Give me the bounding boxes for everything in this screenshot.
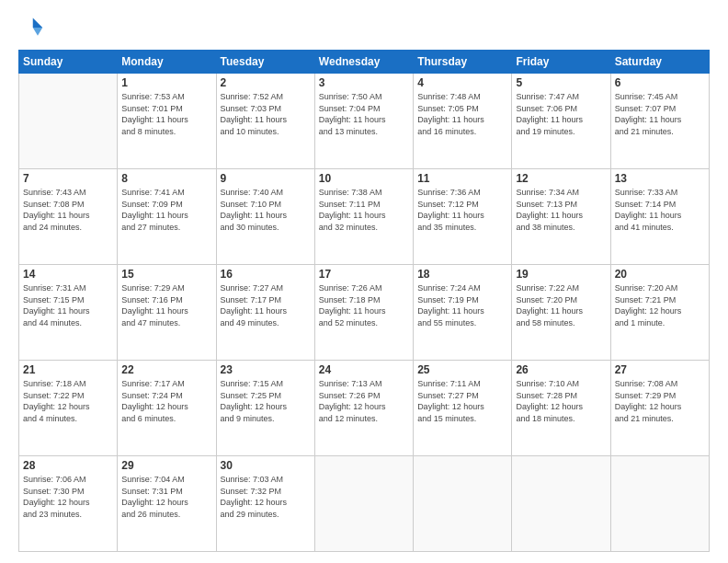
day-number: 12 bbox=[516, 172, 606, 185]
calendar-cell: 9Sunrise: 7:40 AM Sunset: 7:10 PM Daylig… bbox=[216, 169, 314, 265]
calendar-cell: 20Sunrise: 7:20 AM Sunset: 7:21 PM Dayli… bbox=[610, 265, 709, 361]
calendar-week-row: 14Sunrise: 7:31 AM Sunset: 7:15 PM Dayli… bbox=[19, 265, 710, 361]
calendar-week-row: 21Sunrise: 7:18 AM Sunset: 7:22 PM Dayli… bbox=[19, 361, 710, 456]
calendar-header-thursday: Thursday bbox=[414, 51, 512, 74]
calendar-cell: 29Sunrise: 7:04 AM Sunset: 7:31 PM Dayli… bbox=[118, 456, 216, 552]
calendar-cell: 1Sunrise: 7:53 AM Sunset: 7:01 PM Daylig… bbox=[118, 74, 216, 169]
day-number: 11 bbox=[417, 172, 507, 185]
calendar-cell: 27Sunrise: 7:08 AM Sunset: 7:29 PM Dayli… bbox=[610, 361, 709, 456]
calendar-cell: 11Sunrise: 7:36 AM Sunset: 7:12 PM Dayli… bbox=[414, 169, 512, 265]
calendar-cell: 14Sunrise: 7:31 AM Sunset: 7:15 PM Dayli… bbox=[19, 265, 118, 361]
calendar-cell: 23Sunrise: 7:15 AM Sunset: 7:25 PM Dayli… bbox=[216, 361, 314, 456]
day-info: Sunrise: 7:33 AM Sunset: 7:14 PM Dayligh… bbox=[615, 187, 705, 233]
day-number: 13 bbox=[615, 172, 705, 185]
day-number: 21 bbox=[23, 363, 113, 376]
day-number: 7 bbox=[23, 172, 113, 185]
day-info: Sunrise: 7:36 AM Sunset: 7:12 PM Dayligh… bbox=[417, 187, 507, 233]
day-number: 6 bbox=[615, 76, 705, 89]
day-info: Sunrise: 7:38 AM Sunset: 7:11 PM Dayligh… bbox=[319, 187, 409, 233]
calendar-week-row: 28Sunrise: 7:06 AM Sunset: 7:30 PM Dayli… bbox=[19, 456, 710, 552]
calendar-header-monday: Monday bbox=[118, 51, 216, 74]
calendar-cell bbox=[512, 456, 610, 552]
day-info: Sunrise: 7:15 AM Sunset: 7:25 PM Dayligh… bbox=[221, 378, 311, 424]
calendar-cell: 2Sunrise: 7:52 AM Sunset: 7:03 PM Daylig… bbox=[216, 74, 314, 169]
day-info: Sunrise: 7:10 AM Sunset: 7:28 PM Dayligh… bbox=[516, 378, 606, 424]
calendar-cell: 12Sunrise: 7:34 AM Sunset: 7:13 PM Dayli… bbox=[512, 169, 610, 265]
calendar-cell: 18Sunrise: 7:24 AM Sunset: 7:19 PM Dayli… bbox=[414, 265, 512, 361]
day-number: 18 bbox=[417, 268, 507, 281]
calendar-cell: 21Sunrise: 7:18 AM Sunset: 7:22 PM Dayli… bbox=[19, 361, 118, 456]
day-info: Sunrise: 7:22 AM Sunset: 7:20 PM Dayligh… bbox=[516, 282, 606, 328]
day-number: 24 bbox=[319, 363, 409, 376]
logo-icon bbox=[18, 15, 44, 40]
calendar-cell: 7Sunrise: 7:43 AM Sunset: 7:08 PM Daylig… bbox=[19, 169, 118, 265]
calendar-cell: 13Sunrise: 7:33 AM Sunset: 7:14 PM Dayli… bbox=[610, 169, 709, 265]
day-info: Sunrise: 7:17 AM Sunset: 7:24 PM Dayligh… bbox=[121, 378, 211, 424]
day-info: Sunrise: 7:52 AM Sunset: 7:03 PM Dayligh… bbox=[221, 91, 311, 137]
day-info: Sunrise: 7:29 AM Sunset: 7:16 PM Dayligh… bbox=[121, 282, 211, 328]
calendar-cell: 22Sunrise: 7:17 AM Sunset: 7:24 PM Dayli… bbox=[118, 361, 216, 456]
day-info: Sunrise: 7:50 AM Sunset: 7:04 PM Dayligh… bbox=[319, 91, 409, 137]
day-number: 9 bbox=[221, 172, 311, 185]
calendar-cell: 28Sunrise: 7:06 AM Sunset: 7:30 PM Dayli… bbox=[19, 456, 118, 552]
day-info: Sunrise: 7:31 AM Sunset: 7:15 PM Dayligh… bbox=[23, 282, 113, 328]
day-number: 23 bbox=[221, 363, 311, 376]
calendar-cell: 25Sunrise: 7:11 AM Sunset: 7:27 PM Dayli… bbox=[414, 361, 512, 456]
calendar-week-row: 7Sunrise: 7:43 AM Sunset: 7:08 PM Daylig… bbox=[19, 169, 710, 265]
svg-marker-0 bbox=[33, 18, 43, 29]
logo bbox=[18, 15, 48, 40]
day-number: 4 bbox=[417, 76, 507, 89]
day-number: 10 bbox=[319, 172, 409, 185]
day-info: Sunrise: 7:26 AM Sunset: 7:18 PM Dayligh… bbox=[319, 282, 409, 328]
calendar-cell: 16Sunrise: 7:27 AM Sunset: 7:17 PM Dayli… bbox=[216, 265, 314, 361]
calendar-cell: 6Sunrise: 7:45 AM Sunset: 7:07 PM Daylig… bbox=[610, 74, 709, 169]
calendar-header-friday: Friday bbox=[512, 51, 610, 74]
day-info: Sunrise: 7:34 AM Sunset: 7:13 PM Dayligh… bbox=[516, 187, 606, 233]
day-number: 26 bbox=[516, 363, 606, 376]
day-info: Sunrise: 7:20 AM Sunset: 7:21 PM Dayligh… bbox=[615, 282, 705, 328]
day-number: 2 bbox=[221, 76, 311, 89]
day-info: Sunrise: 7:08 AM Sunset: 7:29 PM Dayligh… bbox=[615, 378, 705, 424]
day-info: Sunrise: 7:27 AM Sunset: 7:17 PM Dayligh… bbox=[221, 282, 311, 328]
calendar-cell: 3Sunrise: 7:50 AM Sunset: 7:04 PM Daylig… bbox=[314, 74, 413, 169]
day-info: Sunrise: 7:11 AM Sunset: 7:27 PM Dayligh… bbox=[417, 378, 507, 424]
day-info: Sunrise: 7:40 AM Sunset: 7:10 PM Dayligh… bbox=[221, 187, 311, 233]
day-info: Sunrise: 7:18 AM Sunset: 7:22 PM Dayligh… bbox=[23, 378, 113, 424]
calendar-cell bbox=[314, 456, 413, 552]
svg-marker-1 bbox=[33, 28, 43, 36]
calendar: SundayMondayTuesdayWednesdayThursdayFrid… bbox=[18, 50, 710, 552]
header bbox=[18, 15, 710, 40]
day-number: 29 bbox=[121, 459, 211, 472]
day-info: Sunrise: 7:24 AM Sunset: 7:19 PM Dayligh… bbox=[417, 282, 507, 328]
calendar-cell bbox=[610, 456, 709, 552]
day-number: 14 bbox=[23, 268, 113, 281]
calendar-header-saturday: Saturday bbox=[610, 51, 709, 74]
calendar-cell bbox=[19, 74, 118, 169]
day-number: 15 bbox=[121, 268, 211, 281]
calendar-cell: 30Sunrise: 7:03 AM Sunset: 7:32 PM Dayli… bbox=[216, 456, 314, 552]
day-number: 17 bbox=[319, 268, 409, 281]
day-info: Sunrise: 7:03 AM Sunset: 7:32 PM Dayligh… bbox=[221, 474, 311, 520]
calendar-cell: 8Sunrise: 7:41 AM Sunset: 7:09 PM Daylig… bbox=[118, 169, 216, 265]
day-number: 16 bbox=[221, 268, 311, 281]
day-info: Sunrise: 7:43 AM Sunset: 7:08 PM Dayligh… bbox=[23, 187, 113, 233]
day-number: 25 bbox=[417, 363, 507, 376]
calendar-cell: 10Sunrise: 7:38 AM Sunset: 7:11 PM Dayli… bbox=[314, 169, 413, 265]
calendar-week-row: 1Sunrise: 7:53 AM Sunset: 7:01 PM Daylig… bbox=[19, 74, 710, 169]
day-number: 8 bbox=[121, 172, 211, 185]
calendar-header-wednesday: Wednesday bbox=[314, 51, 413, 74]
calendar-cell: 17Sunrise: 7:26 AM Sunset: 7:18 PM Dayli… bbox=[314, 265, 413, 361]
calendar-header-sunday: Sunday bbox=[19, 51, 118, 74]
day-info: Sunrise: 7:45 AM Sunset: 7:07 PM Dayligh… bbox=[615, 91, 705, 137]
day-info: Sunrise: 7:47 AM Sunset: 7:06 PM Dayligh… bbox=[516, 91, 606, 137]
day-info: Sunrise: 7:41 AM Sunset: 7:09 PM Dayligh… bbox=[121, 187, 211, 233]
calendar-header-tuesday: Tuesday bbox=[216, 51, 314, 74]
day-number: 20 bbox=[615, 268, 705, 281]
day-number: 5 bbox=[516, 76, 606, 89]
page: SundayMondayTuesdayWednesdayThursdayFrid… bbox=[0, 0, 728, 563]
calendar-header-row: SundayMondayTuesdayWednesdayThursdayFrid… bbox=[19, 51, 710, 74]
day-info: Sunrise: 7:13 AM Sunset: 7:26 PM Dayligh… bbox=[319, 378, 409, 424]
day-info: Sunrise: 7:06 AM Sunset: 7:30 PM Dayligh… bbox=[23, 474, 113, 520]
calendar-cell: 4Sunrise: 7:48 AM Sunset: 7:05 PM Daylig… bbox=[414, 74, 512, 169]
calendar-cell: 19Sunrise: 7:22 AM Sunset: 7:20 PM Dayli… bbox=[512, 265, 610, 361]
